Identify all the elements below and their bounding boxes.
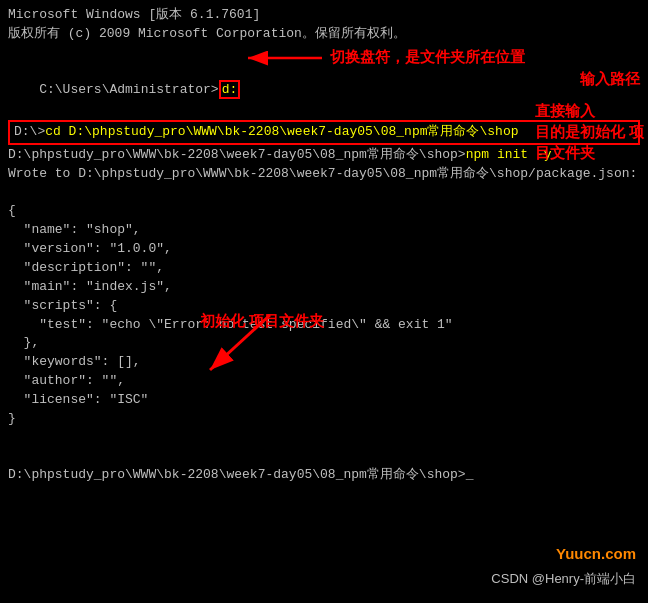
- json-close: }: [8, 410, 640, 429]
- prompt4-line: D:\phpstudy_pro\WWW\bk-2208\week7-day05\…: [8, 466, 640, 485]
- json-version: "version": "1.0.0",: [8, 240, 640, 259]
- cmd1-highlight: d:: [219, 80, 241, 99]
- blank3: [8, 429, 640, 448]
- json-open: {: [8, 202, 640, 221]
- cmd2-text: cd D:\phpstudy_pro\WWW\bk-2208\week7-day…: [45, 124, 518, 139]
- copyright-line: 版权所有 (c) 2009 Microsoft Corporation。保留所有…: [8, 25, 640, 44]
- annotation2: 输入路径: [580, 68, 640, 90]
- terminal-window: Microsoft Windows [版本 6.1.7601] 版权所有 (c)…: [0, 0, 648, 603]
- json-author: "author": "",: [8, 372, 640, 391]
- json-description: "description": "",: [8, 259, 640, 278]
- prompt1-text: C:\Users\Administrator>: [39, 82, 218, 97]
- annotation4: 初始化 项目文件夹: [200, 310, 324, 332]
- annotation3: 直接输入目的是初始化 项目文件夹: [535, 100, 644, 163]
- json-license: "license": "ISC": [8, 391, 640, 410]
- json-main: "main": "index.js",: [8, 278, 640, 297]
- annotation1: 切换盘符，是文件夹所在位置: [330, 46, 525, 68]
- prompt3-text: D:\phpstudy_pro\WWW\bk-2208\week7-day05\…: [8, 147, 466, 162]
- json-scripts-close: },: [8, 334, 640, 353]
- json-name: "name": "shop",: [8, 221, 640, 240]
- title-line: Microsoft Windows [版本 6.1.7601]: [8, 6, 640, 25]
- watermark-white: CSDN @Henry-前端小白: [491, 570, 636, 589]
- blank4: [8, 447, 640, 466]
- json-keywords: "keywords": [],: [8, 353, 640, 372]
- blank2: [8, 184, 640, 203]
- wrote-line: Wrote to D:\phpstudy_pro\WWW\bk-2208\wee…: [8, 165, 640, 184]
- prompt2-text: D:\>: [14, 124, 45, 139]
- watermark-orange: Yuucn.com: [556, 543, 636, 565]
- blank1: [8, 44, 640, 63]
